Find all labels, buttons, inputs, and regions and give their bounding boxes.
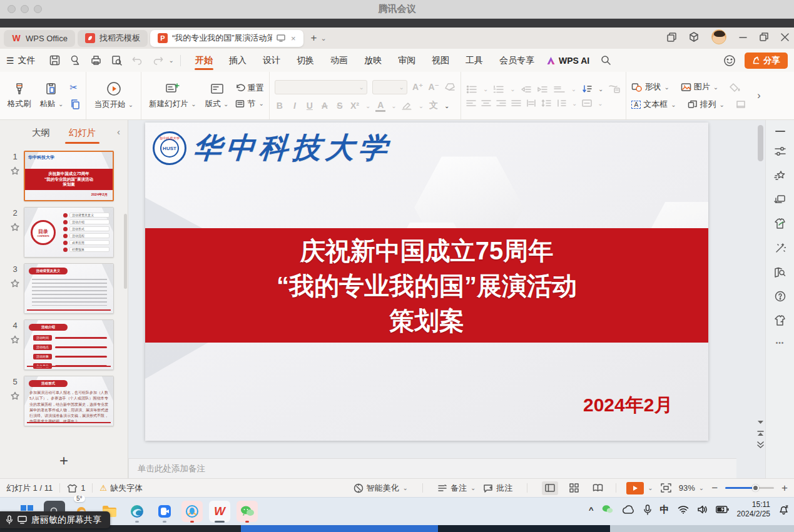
tray-cloud-icon[interactable]: [621, 505, 635, 514]
tray-wifi-icon[interactable]: [678, 505, 689, 514]
docer-design-icon[interactable]: [774, 218, 786, 229]
zoom-slider-knob[interactable]: [752, 484, 759, 491]
quickbar-chevron-icon[interactable]: ⌄: [169, 57, 174, 64]
font-name-select[interactable]: ⌄: [275, 80, 367, 94]
smart-beautify-button[interactable]: 智能美化 ⌄: [354, 483, 408, 494]
menu-tab-transition[interactable]: 切换: [288, 49, 322, 72]
highlight-chevron-icon[interactable]: ⌄: [419, 103, 424, 109]
tray-wechat-icon[interactable]: [602, 504, 613, 514]
menu-tab-animation[interactable]: 动画: [322, 49, 356, 72]
format-painter-button[interactable]: 格式刷: [5, 81, 34, 111]
workspace-cube-icon[interactable]: [689, 32, 699, 42]
beautify-wand-icon[interactable]: [775, 243, 786, 254]
superscript-button[interactable]: X²: [350, 101, 360, 111]
shrink-font-button[interactable]: A⁻: [428, 82, 439, 92]
bullet-list-icon[interactable]: [466, 85, 477, 94]
reset-button[interactable]: 重置: [235, 83, 264, 94]
textbox-chevron-icon[interactable]: ⌄: [671, 101, 676, 108]
font-color-chevron-icon[interactable]: ⌄: [391, 103, 396, 109]
slide-thumbnail-4[interactable]: 活动介绍 活动时间 活动地点 活动对象 主办单位: [24, 319, 114, 370]
wps-ai-button[interactable]: WPS AI: [546, 56, 589, 66]
align-left-icon[interactable]: [466, 99, 476, 107]
fit-to-window-icon[interactable]: [661, 483, 671, 493]
char-strike-button[interactable]: A: [320, 101, 330, 111]
menu-tab-member[interactable]: 会员专享: [491, 49, 542, 72]
start-chevron-icon[interactable]: ⌄: [128, 101, 133, 108]
ime-indicator[interactable]: 中: [660, 504, 669, 516]
align-right-icon[interactable]: [496, 99, 506, 107]
outline-tab[interactable]: 大纲: [31, 124, 51, 141]
strikethrough-button[interactable]: S: [335, 101, 345, 111]
grow-font-button[interactable]: A⁺: [412, 82, 424, 92]
wechat-button[interactable]: [237, 501, 258, 522]
text-direction-icon[interactable]: [581, 84, 593, 94]
zoom-in-button[interactable]: +: [781, 482, 788, 494]
find-replace-icon[interactable]: [774, 267, 786, 278]
copy-icon[interactable]: [69, 99, 81, 110]
minimize-app-icon[interactable]: [739, 33, 747, 41]
bullet-chevron-icon[interactable]: ⌄: [483, 86, 488, 93]
numbered-list-icon[interactable]: [493, 85, 504, 94]
paste-button[interactable]: 粘贴 ⌄: [38, 81, 66, 111]
bold-button[interactable]: B: [275, 101, 285, 111]
menu-tab-design[interactable]: 设计: [255, 49, 288, 72]
beautify-chevron-icon[interactable]: ⌄: [403, 484, 408, 491]
star-icon[interactable]: [10, 391, 20, 401]
star-icon[interactable]: [10, 279, 20, 288]
spacing-chevron-icon[interactable]: ⌄: [571, 86, 576, 93]
zoom-level[interactable]: 93% ⌄: [679, 483, 704, 493]
menu-tab-home[interactable]: 开始: [187, 49, 221, 72]
file-menu-button[interactable]: ☰ 文件: [6, 55, 36, 66]
tray-mic-icon[interactable]: [643, 504, 652, 515]
tab-close-icon[interactable]: ×: [291, 34, 296, 43]
menu-tab-insert[interactable]: 插入: [221, 49, 255, 72]
tencent-meeting-button[interactable]: [154, 501, 175, 522]
increase-indent-icon[interactable]: [537, 85, 548, 94]
star-icon[interactable]: [10, 223, 20, 232]
paste-chevron-icon[interactable]: ⌄: [58, 101, 63, 108]
menu-tab-view[interactable]: 视图: [424, 49, 457, 72]
screen-share-toast[interactable]: 唐丽敏的屏幕共享: [0, 511, 110, 528]
phonetic-chevron-icon[interactable]: ⌄: [444, 103, 449, 109]
align-center-icon[interactable]: [481, 99, 491, 107]
slide-thumbnail-3[interactable]: 活动背景及意义: [24, 263, 114, 314]
tab-docer-templates[interactable]: 找稻壳模板: [78, 30, 148, 47]
wps-button[interactable]: W: [209, 501, 230, 522]
slide-date[interactable]: 2024年2月: [583, 393, 673, 418]
panel-scrollbar[interactable]: [124, 214, 127, 289]
zoom-slider[interactable]: [725, 487, 774, 489]
search-icon[interactable]: [601, 55, 611, 66]
save-icon[interactable]: [49, 55, 60, 66]
new-slide-chevron-icon[interactable]: ⌄: [191, 101, 196, 108]
layout-button[interactable]: 版式 ⌄: [203, 81, 232, 111]
justify-icon[interactable]: [511, 99, 521, 107]
shapes-chevron-icon[interactable]: ⌄: [664, 84, 669, 91]
undo-icon[interactable]: [132, 56, 143, 65]
new-slide-button[interactable]: 新建幻灯片 ⌄: [146, 81, 198, 111]
char-spacing-icon[interactable]: [553, 85, 566, 94]
help-icon[interactable]: [775, 291, 786, 302]
start-from-current-button[interactable]: 当页开始 ⌄: [91, 80, 136, 111]
picture-button[interactable]: 图片 ⌄: [681, 81, 718, 93]
user-avatar[interactable]: [711, 29, 726, 44]
zoom-out-button[interactable]: −: [711, 482, 718, 494]
transition-slides-icon[interactable]: [774, 194, 786, 205]
animation-star-icon[interactable]: [774, 170, 786, 181]
previous-slide-icon[interactable]: [757, 429, 764, 436]
edge-browser-button[interactable]: [126, 501, 148, 522]
skin-settings-icon[interactable]: [774, 315, 786, 326]
valign-chevron-icon[interactable]: ⌄: [598, 100, 603, 107]
decrease-indent-icon[interactable]: [521, 85, 532, 94]
slide-editor[interactable]: 华中科技大学 HUST 华中科技大学 庆祝新中国成立75周年 “我的专业我的国”…: [145, 123, 708, 441]
star-icon[interactable]: [10, 166, 20, 176]
picture-chevron-icon[interactable]: ⌄: [713, 84, 718, 91]
scroll-down-icon[interactable]: [757, 420, 764, 424]
close-app-icon[interactable]: [781, 33, 789, 41]
restore-app-icon[interactable]: [760, 33, 768, 41]
menu-tab-review[interactable]: 审阅: [390, 49, 424, 72]
zoom-chevron-icon[interactable]: ⌄: [699, 484, 704, 491]
tab-list-chevron[interactable]: ⌄: [320, 34, 326, 43]
para-spacing-icon[interactable]: [556, 99, 566, 107]
superscript-chevron-icon[interactable]: ⌄: [365, 103, 370, 109]
play-chevron-icon[interactable]: ⌄: [648, 484, 653, 491]
